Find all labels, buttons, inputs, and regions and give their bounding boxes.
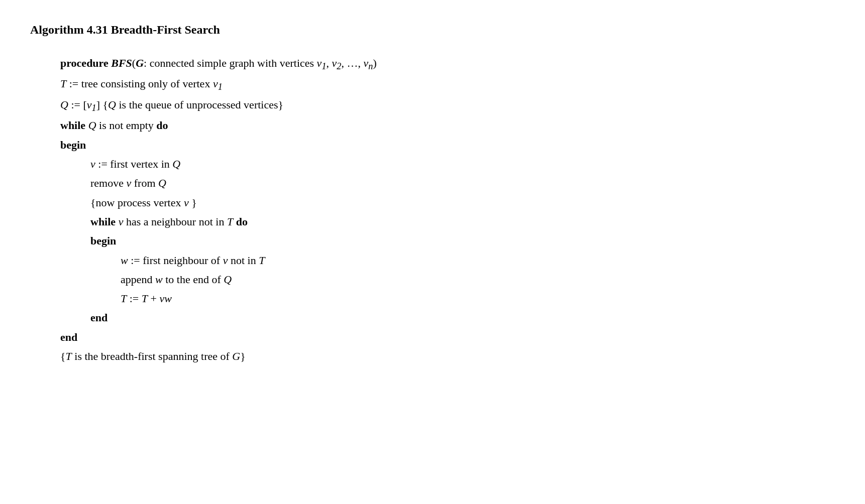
comment-process-text: {now process vertex (90, 196, 184, 209)
end-inner-line: end (30, 309, 835, 327)
w-assign-op: := (131, 254, 143, 267)
w-assign-line: w := first neighbour of v not in T (30, 251, 835, 270)
while-inner-line: while v has a neighbour not in T do (30, 213, 835, 231)
v-assign-line: v := first vertex in Q (30, 155, 835, 173)
remove-text: remove (90, 177, 126, 189)
comment-result-text: {T is the breadth-first spanning tree of… (60, 350, 246, 362)
q-var-assign: Q (60, 98, 68, 111)
while-outer-keyword: while (60, 119, 85, 132)
v-while-inner: v (119, 215, 124, 228)
append-q-var: Q (224, 273, 232, 286)
comment-v-var: v (184, 196, 189, 209)
algorithm-container: Algorithm 4.31 Breadth-First Search proc… (30, 20, 835, 365)
while-inner-keyword: while (90, 215, 116, 228)
comma2: , …, (341, 57, 363, 69)
q-v1: v1 (87, 98, 96, 111)
t-assign-line: T := tree consisting only of vertex v1 (30, 75, 835, 95)
remove-v-var: v (126, 177, 131, 189)
append-text: append (121, 273, 155, 286)
g-param: G (136, 57, 144, 69)
comma1: , (327, 57, 332, 69)
append-desc: to the end of (165, 273, 224, 286)
begin-inner-line: begin (30, 232, 835, 250)
bfs-name: BFS (111, 57, 132, 69)
end-outer-keyword: end (60, 331, 77, 343)
t-update-var: T (121, 292, 127, 305)
q-while: Q (88, 119, 96, 132)
while-outer-line: while Q is not empty do (30, 116, 835, 135)
begin-inner-keyword: begin (90, 234, 116, 247)
t-assign-op: := (69, 77, 81, 90)
remove-v-line: remove v from Q (30, 174, 835, 192)
w-t-var: T (259, 254, 265, 267)
w-v-var: v (223, 254, 228, 267)
q-comment: {Q is the queue of unprocessed vertices} (103, 98, 284, 111)
do-outer-keyword: do (156, 119, 168, 132)
begin-outer-keyword: begin (60, 139, 86, 151)
v-assign-desc: first vertex in (110, 158, 172, 170)
v-assign-var: v (90, 158, 95, 170)
remove-from: from (134, 177, 158, 189)
algorithm-title: Algorithm 4.31 Breadth-First Search (30, 20, 835, 40)
q-assign-op: := (71, 98, 83, 111)
q-bracket: [ (83, 98, 86, 111)
comment-result-line: {T is the breadth-first spanning tree of… (30, 347, 835, 365)
append-w-var: w (155, 273, 163, 286)
end-outer-line: end (30, 328, 835, 346)
remove-q-var: Q (158, 177, 166, 189)
g-desc: : connected simple graph with vertices (144, 57, 317, 69)
comment-process-line: {now process vertex v } (30, 194, 835, 212)
v-assign-q: Q (172, 158, 180, 170)
paren-close: ) (373, 57, 376, 69)
begin-outer-line: begin (30, 136, 835, 154)
do-inner-keyword: do (236, 215, 248, 228)
end-inner-keyword: end (90, 311, 107, 324)
v-assign-op: := (98, 158, 110, 170)
t-v1: v1 (213, 77, 223, 90)
t-var: T (60, 77, 66, 90)
v1: v1 (317, 57, 327, 69)
append-w-line: append w to the end of Q (30, 271, 835, 289)
q-bracket-close: ] (96, 98, 100, 111)
v2: v2 (332, 57, 342, 69)
t-update-op: := T + vw (130, 292, 172, 305)
t-update-line: T := T + vw (30, 290, 835, 308)
w-assign-desc1: first neighbour of (143, 254, 223, 267)
procedure-line: procedure BFS(G: connected simple graph … (30, 54, 835, 74)
t-assign-desc: tree consisting only of vertex (81, 77, 213, 90)
vn: vn (363, 57, 373, 69)
w-assign-var: w (121, 254, 128, 267)
t-while-inner: T (227, 215, 233, 228)
w-assign-desc2: not in (231, 254, 259, 267)
while-outer-desc: is not empty (99, 119, 156, 132)
while-inner-desc: has a neighbour not in (126, 215, 227, 228)
procedure-keyword: procedure (60, 57, 109, 69)
comment-close: } (191, 196, 197, 209)
q-assign-line: Q := [v1] {Q is the queue of unprocessed… (30, 96, 835, 116)
